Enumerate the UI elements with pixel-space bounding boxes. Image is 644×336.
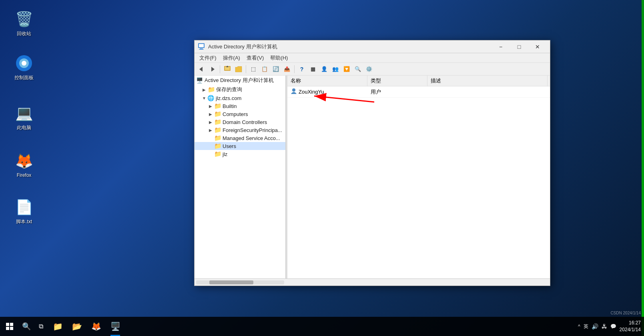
expand-icon-builtin: ▶ <box>207 103 214 109</box>
tree-label-users: Users <box>223 143 236 149</box>
notification-icon[interactable]: 💬 <box>610 324 616 329</box>
tree-root-item[interactable]: 🖥️ Active Directory 用户和计算机 <box>195 76 285 85</box>
folder-icon-users: 📁 <box>214 143 222 149</box>
desktop-icon-notepad[interactable]: 📄 脚本.txt <box>8 196 40 227</box>
tree-label-dc: Domain Controllers <box>223 119 267 125</box>
tree-label-fs: ForeignSecurityPrincipa... <box>223 127 282 133</box>
bottom-bar <box>195 278 550 286</box>
search-button[interactable]: 🔍 <box>19 317 34 336</box>
svg-rect-10 <box>225 67 230 70</box>
expand-icon-domain: ▼ <box>201 95 207 101</box>
svg-point-12 <box>292 88 295 92</box>
svg-point-2 <box>22 61 26 66</box>
window-title: Active Directory 用户和计算机 <box>208 43 492 50</box>
tray-volume[interactable]: 🔊 <box>592 323 598 330</box>
svg-marker-7 <box>199 67 203 72</box>
ad-window: Active Directory 用户和计算机 − □ ✕ 文件(F) 操作(A… <box>194 40 550 286</box>
right-edge-indicator <box>642 0 644 336</box>
toolbar-btn-export[interactable]: 📤 <box>282 64 292 74</box>
tree-item-foreign-security[interactable]: ▶ 📁 ForeignSecurityPrincipa... <box>195 126 285 134</box>
toolbar-btn-copy[interactable]: ⬚ <box>248 64 259 74</box>
col-desc[interactable]: 描述 <box>427 76 548 86</box>
taskbar-tray: ^ 英 🔊 🖧 💬 16:27 2024/1/14 <box>578 317 644 336</box>
toolbar-btn-user-add[interactable]: 👤 <box>319 64 329 74</box>
taskbar-item-explorer2[interactable]: 📂 <box>67 317 86 336</box>
tray-input[interactable]: 英 <box>584 323 588 330</box>
toolbar-btn-up[interactable] <box>222 64 233 74</box>
sep2 <box>246 65 246 73</box>
user-icon <box>291 88 297 96</box>
tree-item-saved-queries[interactable]: ▶ 📁 保存的查询 <box>195 85 285 94</box>
folder-icon-managed: 📁 <box>214 135 222 141</box>
tree-item-users[interactable]: ▶ 📁 Users <box>195 142 285 150</box>
tree-item-managed[interactable]: ▶ 📁 Managed Service Acco... <box>195 134 285 142</box>
svg-rect-17 <box>6 327 9 330</box>
svg-rect-5 <box>200 48 203 49</box>
tree-item-domain-controllers[interactable]: ▶ 📁 Domain Controllers <box>195 118 285 126</box>
folder-icon-fs: 📁 <box>214 127 222 133</box>
desktop-icon-control-panel[interactable]: 控制面板 <box>8 52 40 83</box>
col-type[interactable]: 类型 <box>367 76 427 86</box>
tree-panel: 🖥️ Active Directory 用户和计算机 ▶ 📁 保存的查询 ▼ 🌐… <box>195 76 286 278</box>
toolbar-btn-help[interactable]: ? <box>297 64 307 74</box>
folder-icon-builtin: 📁 <box>214 103 222 109</box>
tree-label-computers: Computers <box>223 111 248 117</box>
tree-item-computers[interactable]: ▶ 📁 Computers <box>195 110 285 118</box>
list-panel: 名称 类型 描述 ZouXingYu 用户 <box>287 76 550 278</box>
desktop-icon-this-pc[interactable]: 💻 此电脑 <box>8 102 40 133</box>
tree-hscroll[interactable] <box>196 280 284 284</box>
folder-icon-computers: 📁 <box>214 111 222 117</box>
minimize-button[interactable]: − <box>492 40 510 53</box>
menu-action[interactable]: 操作(A) <box>220 54 243 62</box>
svg-rect-15 <box>6 323 9 326</box>
tree-label-saved: 保存的查询 <box>216 86 242 93</box>
toolbar: ⬚ 📋 🔄 📤 ? ▦ 👤 👥 🔽 🔍 ⚙️ <box>195 63 550 76</box>
toolbar-btn-group-add[interactable]: 👥 <box>330 64 341 74</box>
tray-expand[interactable]: ^ <box>578 324 580 329</box>
toolbar-btn-filter[interactable]: 🔽 <box>341 64 352 74</box>
maximize-button[interactable]: □ <box>510 40 528 53</box>
menu-help[interactable]: 帮助(H) <box>267 54 291 62</box>
start-button[interactable] <box>0 317 19 336</box>
toolbar-btn-view[interactable]: ▦ <box>308 64 318 74</box>
col-name[interactable]: 名称 <box>287 76 367 86</box>
desktop-icon-firefox[interactable]: 🦊 Firefox <box>8 150 40 180</box>
clock[interactable]: 16:27 2024/1/14 <box>620 320 641 333</box>
root-icon: 🖥️ <box>196 77 203 84</box>
taskbar-item-explorer[interactable]: 📁 <box>48 317 67 336</box>
menu-file[interactable]: 文件(F) <box>196 54 220 62</box>
desktop-icon-recycle-bin[interactable]: 🗑️ 回收站 <box>8 8 40 39</box>
task-view-button[interactable]: ⧉ <box>34 317 48 336</box>
tree-item-jlz[interactable]: ▶ 📁 jlz <box>195 150 285 158</box>
folder-icon-dc: 📁 <box>214 119 222 125</box>
forward-button[interactable] <box>207 64 218 74</box>
taskbar-items: 📁 📂 🦊 🖥️ <box>48 317 578 336</box>
toolbar-btn-paste[interactable]: 📋 <box>259 64 270 74</box>
cell-name: ZouXingYu <box>287 86 367 97</box>
folder-icon-jlz: 📁 <box>214 151 222 157</box>
titlebar: Active Directory 用户和计算机 − □ ✕ <box>195 40 550 53</box>
expand-icon-computers: ▶ <box>207 111 214 117</box>
tree-label-builtin: Builtin <box>223 103 237 109</box>
content-area: 🖥️ Active Directory 用户和计算机 ▶ 📁 保存的查询 ▼ 🌐… <box>195 76 550 278</box>
menu-view[interactable]: 查看(V) <box>243 54 267 62</box>
csdn-watermark: CSDN 2024/1/14 <box>610 311 641 315</box>
toolbar-btn-folder[interactable] <box>233 64 244 74</box>
svg-marker-8 <box>211 67 215 72</box>
user-name: ZouXingYu <box>299 89 324 95</box>
svg-rect-4 <box>199 44 204 47</box>
close-button[interactable]: ✕ <box>528 40 547 53</box>
toolbar-btn-settings[interactable]: ⚙️ <box>364 64 374 74</box>
back-button[interactable] <box>196 64 207 74</box>
tree-item-builtin[interactable]: ▶ 📁 Builtin <box>195 102 285 110</box>
taskbar-item-firefox[interactable]: 🦊 <box>86 317 106 336</box>
taskbar: 🔍 ⧉ 📁 📂 🦊 🖥️ ^ 英 🔊 🖧 💬 16:27 2024/1/14 <box>0 317 644 336</box>
table-row[interactable]: ZouXingYu 用户 <box>287 86 550 98</box>
tree-label-managed: Managed Service Acco... <box>223 135 280 141</box>
tray-network[interactable]: 🖧 <box>602 323 607 330</box>
toolbar-btn-refresh[interactable]: 🔄 <box>271 64 281 74</box>
toolbar-btn-search[interactable]: 🔍 <box>353 64 363 74</box>
taskbar-item-ad[interactable]: 🖥️ <box>106 317 125 336</box>
folder-icon-saved: 📁 <box>207 86 215 93</box>
tree-item-domain[interactable]: ▼ 🌐 jlz.dzs.com <box>195 94 285 102</box>
